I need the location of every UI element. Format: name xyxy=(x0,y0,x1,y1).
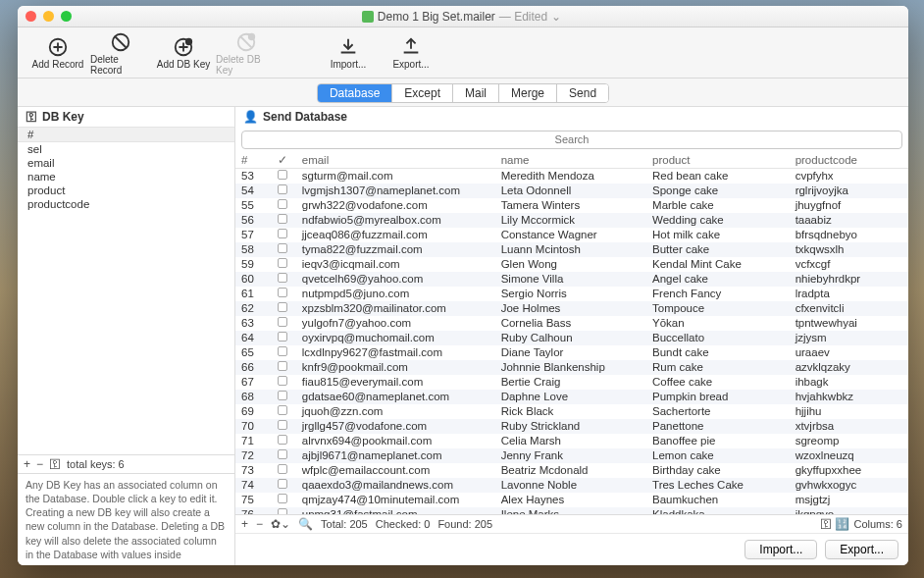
minus-icon[interactable]: − xyxy=(256,517,263,531)
row-checkbox[interactable] xyxy=(278,214,287,224)
search-icon: 🔍 xyxy=(298,517,313,531)
row-checkbox[interactable] xyxy=(278,302,287,312)
row-checkbox[interactable] xyxy=(278,258,287,268)
row-checkbox[interactable] xyxy=(278,508,287,515)
tab-bar: DatabaseExceptMailMergeSend xyxy=(18,79,908,107)
close-icon[interactable] xyxy=(26,11,36,22)
table-row[interactable]: 60qvetcelh69@yahoo.comSimone VillaAngel … xyxy=(235,272,908,287)
db-key-item[interactable]: sel xyxy=(18,142,234,156)
table-row[interactable]: 55grwh322@vodafone.comTamera WintersMarb… xyxy=(235,198,908,213)
row-checkbox[interactable] xyxy=(278,243,287,253)
tab-database[interactable]: Database xyxy=(318,84,392,102)
table-row[interactable]: 69jquoh@zzn.comRick BlackSachertortehjji… xyxy=(235,404,908,419)
sidebar-title: ⚿ DB Key xyxy=(18,107,234,127)
toolbar: Add RecordDelete RecordAdd DB KeyDelete … xyxy=(18,27,908,79)
row-checkbox[interactable] xyxy=(278,199,287,209)
total-keys-label: total keys: 6 xyxy=(67,458,125,470)
tab-merge[interactable]: Merge xyxy=(499,84,557,102)
db-key-item[interactable]: product xyxy=(18,184,234,197)
db-key-list[interactable]: #selemailnameproductproductcode xyxy=(18,127,234,454)
table-row[interactable]: 61nutpmpd5@juno.comSergio NorrisFrench F… xyxy=(235,287,908,301)
minus-icon[interactable]: − xyxy=(36,457,43,471)
table-row[interactable]: 66knfr9@pookmail.comJohnnie BlankenshipR… xyxy=(235,360,908,375)
db-key-item[interactable]: productcode xyxy=(18,197,234,211)
db-key-item[interactable]: name xyxy=(18,170,234,184)
table-row[interactable]: 73wfplc@emailaccount.comBeatriz Mcdonald… xyxy=(235,463,908,478)
row-checkbox[interactable] xyxy=(278,405,287,415)
table-row[interactable]: 64oyxirvpq@muchomail.comRuby CalhounBucc… xyxy=(235,331,908,345)
table-row[interactable]: 63yulgofn7@yahoo.comCornelia BassYōkantp… xyxy=(235,316,908,331)
row-checkbox[interactable] xyxy=(278,229,287,238)
row-checkbox[interactable] xyxy=(278,464,287,474)
delete-db-key-button[interactable]: Delete DB Key xyxy=(216,30,277,76)
document-icon xyxy=(362,11,374,23)
sidebar: ⚿ DB Key #selemailnameproductproductcode… xyxy=(18,107,235,565)
table-row[interactable]: 59ieqv3@icqmail.comGlen WongKendal Mint … xyxy=(235,257,908,272)
delete-record-button[interactable]: Delete Record xyxy=(90,30,151,76)
table-row[interactable]: 70jrgllg457@vodafone.comRuby StricklandP… xyxy=(235,419,908,434)
search-input[interactable] xyxy=(241,131,902,149)
main-title: 👤 Send Database xyxy=(235,107,908,127)
tab-send[interactable]: Send xyxy=(557,84,608,102)
row-checkbox[interactable] xyxy=(278,288,287,297)
plus-icon[interactable]: + xyxy=(24,457,30,471)
row-checkbox[interactable] xyxy=(278,494,287,503)
gear-icon[interactable]: ✿⌄ xyxy=(271,517,290,531)
row-checkbox[interactable] xyxy=(278,332,287,342)
table-row[interactable]: 58tyma822@fuzzmail.comLuann McintoshButt… xyxy=(235,242,908,257)
import-button[interactable]: Import... xyxy=(318,35,379,70)
table-row[interactable]: 54lvgmjsh1307@nameplanet.comLeta Odonnel… xyxy=(235,184,908,198)
column-header[interactable]: productcode xyxy=(790,152,908,169)
export-button-bottom[interactable]: Export... xyxy=(825,540,898,559)
table-row[interactable]: 53sgturm@mail.comMeredith MendozaRed bea… xyxy=(235,168,908,184)
import-button-bottom[interactable]: Import... xyxy=(744,540,817,559)
row-checkbox[interactable] xyxy=(278,170,287,180)
db-key-item[interactable]: email xyxy=(18,156,234,170)
table-row[interactable]: 76unmg31@fastmail.comIlene MarksKladdkak… xyxy=(235,507,908,515)
table-row[interactable]: 56ndfabwio5@myrealbox.comLily MccormickW… xyxy=(235,213,908,228)
zoom-icon[interactable] xyxy=(61,11,72,22)
row-checkbox[interactable] xyxy=(278,435,287,445)
row-checkbox[interactable] xyxy=(278,361,287,371)
table-row[interactable]: 71alrvnx694@pookmail.comCelia MarshBanof… xyxy=(235,434,908,448)
column-header[interactable]: product xyxy=(646,152,790,169)
bottom-buttons: Import... Export... xyxy=(235,533,908,565)
tab-except[interactable]: Except xyxy=(392,84,453,102)
table-row[interactable]: 62xpzsblm320@mailinator.comJoe HolmesTom… xyxy=(235,301,908,316)
titlebar: Demo 1 Big Set.mailer — Edited ⌄ xyxy=(18,6,908,27)
column-header[interactable]: email xyxy=(296,152,495,169)
row-checkbox[interactable] xyxy=(278,479,287,489)
row-checkbox[interactable] xyxy=(278,420,287,430)
add-db-key-button[interactable]: Add DB Key xyxy=(153,35,214,70)
chevron-down-icon[interactable]: ⌄ xyxy=(551,10,561,24)
svg-point-11 xyxy=(249,33,255,39)
table-row[interactable]: 75qmjzay474@10minutemail.comAlex HaynesB… xyxy=(235,493,908,507)
table-row[interactable]: 74qaaexdo3@mailandnews.comLavonne NobleT… xyxy=(235,478,908,493)
table-row[interactable]: 72ajbjl9671@nameplanet.comJenny FrankLem… xyxy=(235,448,908,463)
export-button[interactable]: Export... xyxy=(381,35,441,70)
table-row[interactable]: 67fiau815@everymail.comBertie CraigCoffe… xyxy=(235,375,908,390)
column-header[interactable]: name xyxy=(495,152,646,169)
column-header[interactable]: ✓ xyxy=(272,152,295,169)
status-checked: Checked: 0 xyxy=(376,518,431,530)
table-row[interactable]: 57jjceaq086@fuzzmail.comConstance Wagner… xyxy=(235,228,908,242)
edited-indicator[interactable]: — Edited xyxy=(499,10,547,24)
row-checkbox[interactable] xyxy=(278,346,287,356)
add-record-button[interactable]: Add Record xyxy=(27,35,88,70)
row-checkbox[interactable] xyxy=(278,317,287,327)
minimize-icon[interactable] xyxy=(43,11,54,22)
db-key-item[interactable]: # xyxy=(18,127,234,142)
database-table[interactable]: #✓emailnameproductproductcode 53sgturm@m… xyxy=(235,152,908,515)
table-row[interactable]: 68gdatsae60@nameplanet.comDaphne LovePum… xyxy=(235,390,908,404)
tab-mail[interactable]: Mail xyxy=(453,84,499,102)
row-checkbox[interactable] xyxy=(278,273,287,283)
row-checkbox[interactable] xyxy=(278,376,287,386)
status-total: Total: 205 xyxy=(321,518,368,530)
key-icon: ⚿ xyxy=(49,457,61,471)
plus-icon[interactable]: + xyxy=(241,517,248,531)
row-checkbox[interactable] xyxy=(278,449,287,459)
table-row[interactable]: 65lcxdlnpy9627@fastmail.comDiane TaylorB… xyxy=(235,345,908,360)
column-header[interactable]: # xyxy=(235,152,272,169)
row-checkbox[interactable] xyxy=(278,391,287,400)
row-checkbox[interactable] xyxy=(278,184,287,194)
